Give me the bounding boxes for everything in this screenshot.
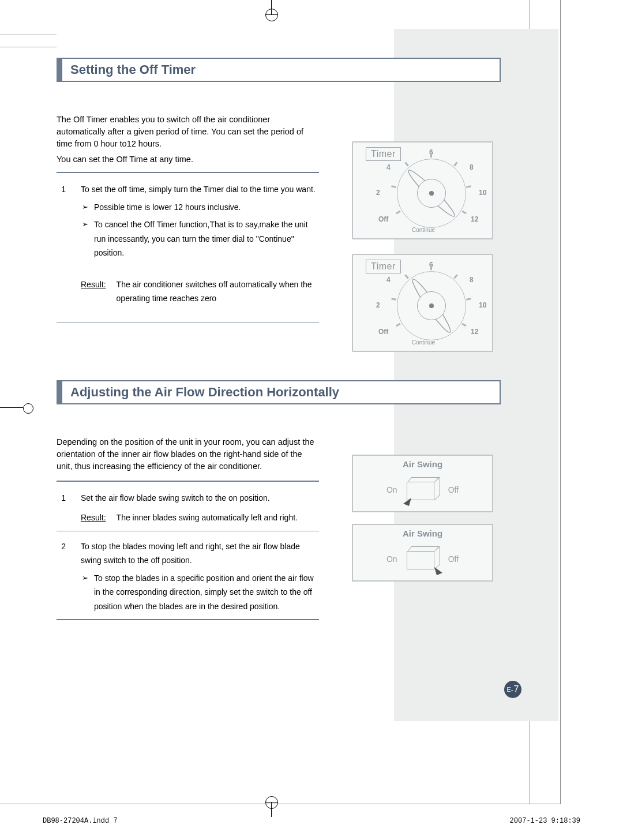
sidebar-shade [394, 29, 558, 721]
heading-air-flow: Adjusting the Air Flow Direction Horizon… [57, 380, 501, 404]
step-2: 2 To stop the blades moving left and rig… [57, 539, 319, 614]
divider [57, 531, 319, 531]
timer-dial-icon: 2 4 6 8 10 12 Off Continue [391, 265, 472, 346]
air-swing-title: Air Swing [353, 528, 492, 538]
page-prefix: E- [507, 686, 513, 693]
off-label: Off [448, 485, 459, 494]
chevron-right-icon: ➢ [82, 201, 88, 215]
timer-dial-figure: Timer 2 4 6 8 10 12 Off Continue [352, 254, 493, 352]
bullet-item: ➢ To cancel the Off Timer function,That … [82, 217, 319, 260]
chevron-right-icon: ➢ [82, 218, 88, 260]
step-text: Set the air flow blade swing switch to t… [81, 491, 319, 505]
off-label: Off [448, 554, 459, 564]
step-number: 2 [57, 539, 66, 614]
timer-dial-figure: Timer 2 4 6 8 10 12 Off Continue [352, 141, 493, 239]
on-label: On [386, 485, 397, 494]
page-content: Setting the Off Timer The Off Timer enab… [57, 29, 501, 629]
air-swing-figure-off: Air Swing On Off [352, 524, 493, 582]
divider [57, 172, 319, 173]
footer-timestamp: 2007-1-23 9:18:39 [510, 817, 580, 825]
svg-marker-3 [434, 567, 442, 575]
result-label: Result: [81, 278, 106, 306]
bullet-item: ➢ To stop the blades in a specific posit… [82, 571, 319, 614]
result-text: The air conditioner switches off automat… [117, 278, 319, 306]
heading-off-timer: Setting the Off Timer [57, 58, 501, 82]
result-text: The inner blades swing automatically lef… [117, 511, 298, 525]
bullet-text: To cancel the Off Timer function,That is… [94, 217, 319, 260]
divider [57, 619, 319, 620]
bullet-item: ➢ Possible time is lower 12 hours inclus… [82, 200, 319, 215]
bullet-text: Possible time is lower 12 hours inclusiv… [94, 200, 241, 215]
step-number: 1 [57, 182, 66, 306]
result-row: Result: The air conditioner switches off… [81, 278, 319, 306]
step-1: 1 Set the air flow blade swing switch to… [57, 491, 319, 525]
result-label: Result: [81, 511, 106, 525]
heading-text: Setting the Off Timer [70, 62, 491, 77]
off-timer-subintro: You can set the Off Time at any time. [57, 155, 319, 164]
svg-marker-2 [403, 498, 411, 506]
footer-file: DB98-27204A.indd 7 [43, 817, 118, 825]
air-swing-figure-on: Air Swing On Off [352, 455, 493, 512]
result-row: Result: The inner blades swing automatic… [81, 511, 319, 525]
air-flow-intro: Depending on the position of the unit in… [57, 436, 319, 472]
switch-icon [402, 545, 444, 573]
bullet-text: To stop the blades in a specific positio… [94, 571, 319, 614]
step-1: 1 To set the off time, simply turn the T… [57, 182, 319, 306]
timer-dial-icon: 2 4 6 8 10 12 Off Continue [391, 153, 472, 234]
divider [57, 322, 319, 322]
switch-icon [402, 476, 444, 504]
off-timer-intro: The Off Timer enables you to switch off … [57, 114, 319, 150]
step-number: 1 [57, 491, 66, 525]
chevron-right-icon: ➢ [82, 572, 88, 614]
step-text: To stop the blades moving left and right… [81, 539, 319, 568]
on-label: On [386, 554, 397, 564]
divider [57, 481, 319, 482]
page-number-badge: E-7 [504, 681, 521, 698]
air-swing-title: Air Swing [353, 459, 492, 469]
heading-text: Adjusting the Air Flow Direction Horizon… [70, 385, 491, 400]
page-number: 7 [514, 684, 519, 695]
step-text: To set the off time, simply turn the Tim… [81, 182, 319, 197]
print-footer: DB98-27204A.indd 7 2007-1-23 9:18:39 [43, 817, 580, 825]
